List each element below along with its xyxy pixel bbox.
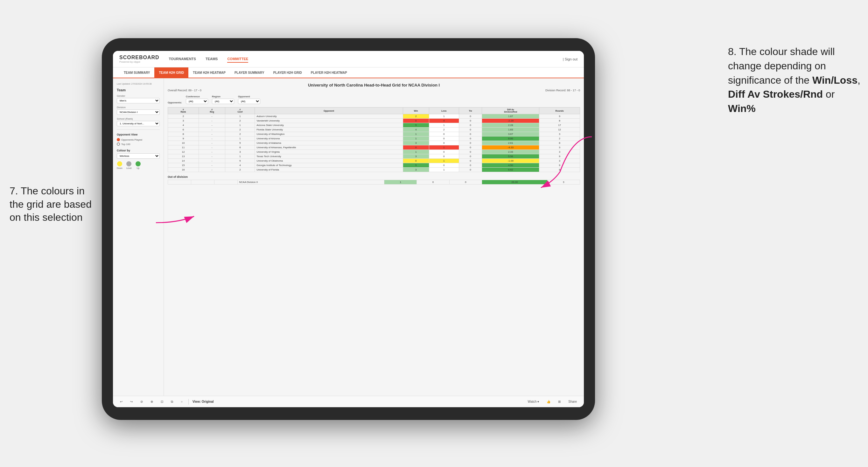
toolbar-undo[interactable]: ↩ (118, 399, 124, 404)
cell-loss: 0 (429, 136, 459, 141)
cell-rounds: 8 (539, 119, 580, 123)
radio-opponents-played[interactable]: Opponents Played (117, 138, 160, 141)
toolbar-copy[interactable]: ⧉ (169, 399, 175, 404)
gender-select[interactable]: Men's (117, 98, 160, 103)
cell-loss: 0 (429, 150, 459, 154)
cell-diff: 5.56 (482, 154, 539, 159)
toolbar-thumbs-up[interactable]: 👍 (545, 399, 552, 404)
toolbar-grid[interactable]: ⊡ (159, 399, 165, 404)
cell-opponent: Georgia Institute of Technology (255, 163, 403, 168)
cell-reg: - (198, 150, 225, 154)
table-row: 3 - 2 Vanderbilt University 0 4 0 -2.29 … (168, 119, 580, 123)
toolbar-redo[interactable]: ↪ (128, 399, 134, 404)
col-reg: #Reg (198, 107, 225, 114)
cell-rank: 11 (168, 145, 199, 150)
table-row: 4 - 1 Arizona State University 5 1 0 2.2… (168, 123, 580, 128)
timestamp: Last Updated: 27/03/2024 16:55:38 (117, 83, 160, 85)
ood-cell-reg (191, 180, 214, 185)
cell-win: 0 (403, 159, 429, 163)
subnav-player-h2h-grid[interactable]: PLAYER H2H GRID (269, 67, 306, 77)
cell-opponent: University of Arizona (255, 136, 403, 141)
cell-diff: 2.33 (482, 150, 539, 154)
region-filter-select[interactable]: (All) (212, 99, 234, 104)
toolbar-share[interactable]: Share (566, 399, 579, 404)
table-row: 9 - 1 University of Arizona 1 0 0 9.00 2 (168, 136, 580, 141)
legend-label-level: Level (126, 167, 132, 169)
colour-by-select[interactable]: Win/loss (117, 153, 160, 159)
toolbar-grid2[interactable]: ⊞ (556, 399, 562, 404)
cell-tie: 0 (459, 168, 482, 172)
cell-tie: 0 (459, 136, 482, 141)
cell-reg: - (198, 154, 225, 159)
subnav-player-h2h-heatmap[interactable]: PLAYER H2H HEATMAP (306, 67, 351, 77)
cell-win: 3 (403, 168, 429, 172)
cell-tie: 0 (459, 128, 482, 132)
cell-diff: 3.67 (482, 132, 539, 136)
col-opponent: Opponent (255, 107, 403, 114)
out-of-division-header: Out of division (168, 175, 580, 179)
conference-filter-label: Conference (186, 95, 208, 98)
sub-nav: TEAM SUMMARY TEAM H2H GRID TEAM H2H HEAT… (113, 67, 584, 78)
radio-top100[interactable]: Top 100 (117, 143, 160, 146)
nav-committee[interactable]: COMMITTEE (227, 56, 248, 63)
cell-conf: 3 (225, 150, 255, 154)
cell-win: 4 (403, 128, 429, 132)
ood-cell-rank (168, 180, 191, 185)
legend-circle-level (126, 161, 131, 166)
table-row: 16 - 2 University of Florida 3 1 0 6.62 … (168, 168, 580, 172)
filters-row: Opponents: Conference (All) Region (All) (168, 95, 580, 104)
cell-rank: 9 (168, 136, 199, 141)
subnav-team-h2h-grid[interactable]: TEAM H2H GRID (154, 67, 188, 77)
cell-conf: 2 (225, 119, 255, 123)
toolbar-add[interactable]: ⊕ (149, 399, 155, 404)
subnav-team-summary[interactable]: TEAM SUMMARY (119, 67, 154, 77)
cell-conf: 5 (225, 159, 255, 163)
cell-opponent: University of Washington (255, 132, 403, 136)
cell-loss: 2 (429, 128, 459, 132)
tablet-screen: SCOREBOARD Powered by clippd TOURNAMENTS… (113, 51, 584, 407)
division-select[interactable]: NCAA Division I (117, 110, 160, 115)
cell-conf: 4 (225, 163, 255, 168)
opponent-filter-select[interactable]: (All) (238, 99, 260, 104)
col-win: Win (403, 107, 429, 114)
opponent-filter-label: Opponent (238, 95, 260, 98)
cell-win: 5 (403, 163, 429, 168)
cell-win: 2 (403, 114, 429, 119)
ood-cell-conf (214, 180, 237, 185)
legend-label-down: Down (117, 167, 123, 169)
toolbar-watch[interactable]: Watch ▾ (526, 399, 541, 404)
toolbar-clock[interactable]: ○ (179, 399, 185, 404)
toolbar-reset[interactable]: ⊘ (138, 399, 145, 404)
nav-teams[interactable]: TEAMS (206, 56, 218, 63)
toolbar-view-label: View: Original (192, 400, 214, 403)
cell-loss: 1 (429, 123, 459, 128)
col-tie: Tie (459, 107, 482, 114)
ood-cell-tie: 0 (449, 180, 482, 185)
conference-filter-select[interactable]: (All) (186, 99, 208, 104)
cell-win: 1 (403, 150, 429, 154)
opponents-filter-label: Opponents: (168, 101, 182, 104)
col-conf: #Conf (225, 107, 255, 114)
main-content: Last Updated: 27/03/2024 16:55:38 Team G… (113, 78, 584, 396)
legend-label-up: Up (136, 167, 140, 169)
cell-rank: 12 (168, 150, 199, 154)
cell-win: 0 (403, 119, 429, 123)
cell-opponent: University of Arkansas, Fayetteville (255, 145, 403, 150)
cell-conf: 2 (225, 128, 255, 132)
cell-conf: 5 (225, 141, 255, 145)
subnav-player-summary[interactable]: PLAYER SUMMARY (230, 67, 269, 77)
ood-cell-diff: 26.00 (482, 180, 548, 185)
tablet-frame: SCOREBOARD Powered by clippd TOURNAMENTS… (102, 38, 595, 420)
subnav-team-h2h-heatmap[interactable]: TEAM H2H HEATMAP (188, 67, 230, 77)
cell-reg: - (198, 114, 225, 119)
nav-tournaments[interactable]: TOURNAMENTS (169, 56, 196, 63)
school-select[interactable]: 1. University of Nort... (117, 121, 160, 126)
cell-loss: 1 (429, 159, 459, 163)
cell-rank: 10 (168, 141, 199, 145)
cell-opponent: Vanderbilt University (255, 119, 403, 123)
gender-label: Gender (117, 94, 160, 97)
sign-out-link[interactable]: | Sign out (563, 57, 578, 61)
cell-reg: - (198, 168, 225, 172)
cell-rounds: 3 (539, 145, 580, 150)
opponent-view-options: Opponents Played Top 100 (117, 138, 160, 146)
